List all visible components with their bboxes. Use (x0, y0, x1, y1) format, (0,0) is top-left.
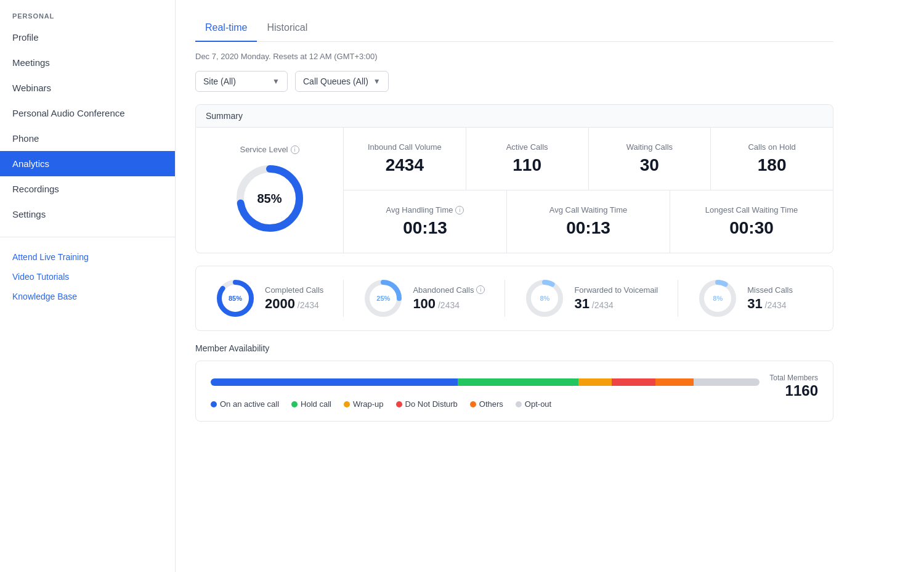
service-level-donut: 85% (233, 161, 307, 235)
sidebar-link-attend-live-training[interactable]: Attend Live Training (0, 247, 175, 267)
sidebar-item-personal-audio-conference[interactable]: Personal Audio Conference (0, 100, 175, 126)
sidebar-item-meetings[interactable]: Meetings (0, 50, 175, 75)
abandoned-calls-total: /2434 (436, 300, 460, 310)
sidebar-item-profile[interactable]: Profile (0, 25, 175, 50)
bar-wrapup (578, 378, 611, 386)
stat-inbound-value: 2434 (386, 155, 424, 175)
stat-longest-call-waiting-time: Longest Call Waiting Time 00:30 (670, 190, 833, 253)
sidebar-link-video-tutorials[interactable]: Video Tutorials (0, 267, 175, 287)
forwarded-voicemail-value: 31 /2434 (574, 296, 658, 312)
abandoned-calls-info-icon[interactable]: i (476, 285, 485, 294)
stat-inbound-call-volume: Inbound Call Volume 2434 (344, 128, 466, 190)
legend-dnd: Do Not Disturb (396, 399, 458, 409)
sidebar-link-knowledge-base[interactable]: Knowledge Base (0, 287, 175, 306)
availability-legend: On an active call Hold call Wrap-up Do N… (211, 399, 818, 409)
call-divider-2 (505, 280, 505, 317)
stat-avg-handling-label: Avg Handling Time i (386, 205, 464, 214)
missed-calls-info: Missed Calls 31 /2434 (747, 285, 793, 312)
stat-hold-value: 180 (758, 155, 787, 175)
availability-total: Total Members 1160 (769, 374, 818, 399)
abandoned-calls-donut: 25% (363, 279, 403, 318)
missed-calls-percent: 8% (713, 295, 723, 302)
stat-active-value: 110 (513, 155, 541, 175)
legend-dot-wrapup (344, 401, 350, 407)
stat-avg-waiting-value: 00:13 (566, 218, 610, 238)
stat-active-label: Active Calls (506, 142, 548, 152)
bar-active-call (211, 378, 458, 386)
sidebar-item-settings[interactable]: Settings (0, 202, 175, 227)
stat-calls-on-hold: Calls on Hold 180 (711, 128, 833, 190)
service-level-info-icon[interactable]: i (291, 145, 299, 154)
sidebar: PERSONAL Profile Meetings Webinars Perso… (0, 0, 176, 572)
legend-others: Others (470, 399, 503, 409)
call-queues-filter[interactable]: Call Queues (All) ▼ (295, 71, 389, 92)
legend-active-call: On an active call (211, 399, 279, 409)
availability-card: Total Members 1160 On an active call Hol… (195, 361, 833, 422)
service-level-label: Service Level i (240, 145, 299, 154)
stat-active-calls: Active Calls 110 (466, 128, 589, 190)
missed-calls-stat: 8% Missed Calls 31 /2434 (698, 279, 793, 318)
sidebar-divider (0, 237, 175, 237)
call-divider-1 (343, 280, 344, 317)
legend-dot-active-call (211, 401, 217, 407)
sidebar-item-analytics[interactable]: Analytics (0, 151, 175, 176)
service-level-panel: Service Level i 85% (196, 128, 344, 253)
date-info: Dec 7, 2020 Monday. Resets at 12 AM (GMT… (195, 52, 833, 61)
bar-hold-call (458, 378, 578, 386)
legend-label-opt-out: Opt-out (525, 399, 551, 409)
summary-row-top: Service Level i 85% I (196, 128, 833, 253)
tab-realtime[interactable]: Real-time (195, 15, 257, 42)
sidebar-item-recordings[interactable]: Recordings (0, 176, 175, 202)
missed-calls-donut: 8% (698, 279, 737, 318)
stat-hold-label: Calls on Hold (748, 142, 795, 152)
abandoned-calls-value: 100 /2434 (413, 296, 485, 312)
bar-dnd (612, 378, 655, 386)
legend-wrapup: Wrap-up (344, 399, 384, 409)
stat-longest-waiting-value: 00:30 (729, 218, 774, 238)
call-queues-filter-chevron: ▼ (373, 77, 381, 86)
legend-hold-call: Hold call (291, 399, 331, 409)
summary-bottom-stats-row: Avg Handling Time i 00:13 Avg Call Waiti… (344, 190, 833, 253)
stat-avg-call-waiting-time: Avg Call Waiting Time 00:13 (507, 190, 670, 253)
completed-calls-total: /2434 (295, 300, 319, 310)
summary-top-stats-row: Inbound Call Volume 2434 Active Calls 11… (344, 128, 833, 190)
legend-dot-dnd (396, 401, 402, 407)
forwarded-voicemail-info: Forwarded to Voicemail 31 /2434 (574, 285, 658, 312)
legend-label-hold-call: Hold call (301, 399, 331, 409)
completed-calls-value: 2000 /2434 (265, 296, 323, 312)
avg-handling-info-icon[interactable]: i (455, 206, 464, 214)
service-level-value: 85% (257, 192, 282, 206)
stat-avg-handling-time: Avg Handling Time i 00:13 (344, 190, 507, 253)
forwarded-voicemail-label: Forwarded to Voicemail (574, 285, 658, 295)
tabs: Real-time Historical (195, 15, 833, 42)
sidebar-section-label: PERSONAL (0, 0, 175, 25)
tab-historical[interactable]: Historical (257, 15, 317, 42)
sidebar-item-phone[interactable]: Phone (0, 126, 175, 151)
abandoned-calls-info: Abandoned Calls i 100 /2434 (413, 285, 485, 312)
completed-calls-info: Completed Calls 2000 /2434 (265, 285, 323, 312)
bar-others (655, 378, 694, 386)
missed-calls-total: /2434 (763, 300, 787, 310)
bar-opt-out (694, 378, 760, 386)
sidebar-item-webinars[interactable]: Webinars (0, 75, 175, 100)
abandoned-calls-stat: 25% Abandoned Calls i 100 /2434 (363, 279, 485, 318)
forwarded-voicemail-stat: 8% Forwarded to Voicemail 31 /2434 (525, 279, 658, 318)
legend-label-others: Others (479, 399, 503, 409)
total-members-label: Total Members (769, 374, 818, 382)
abandoned-calls-percent: 25% (376, 295, 390, 302)
stat-avg-handling-value: 00:13 (403, 218, 447, 238)
forwarded-voicemail-percent: 8% (540, 295, 549, 302)
stat-longest-waiting-label: Longest Call Waiting Time (705, 205, 798, 214)
forwarded-voicemail-total: /2434 (590, 300, 614, 310)
member-availability-label: Member Availability (195, 343, 833, 353)
site-filter[interactable]: Site (All) ▼ (195, 71, 288, 92)
legend-label-active-call: On an active call (220, 399, 279, 409)
completed-calls-label: Completed Calls (265, 285, 323, 295)
availability-bar-row: Total Members 1160 (211, 374, 818, 399)
main-content: Real-time Historical Dec 7, 2020 Monday.… (176, 0, 924, 572)
filters: Site (All) ▼ Call Queues (All) ▼ (195, 71, 833, 92)
stat-waiting-calls: Waiting Calls 30 (589, 128, 711, 190)
completed-calls-stat: 85% Completed Calls 2000 /2434 (216, 279, 323, 318)
site-filter-chevron: ▼ (272, 77, 280, 86)
legend-label-wrapup: Wrap-up (353, 399, 384, 409)
